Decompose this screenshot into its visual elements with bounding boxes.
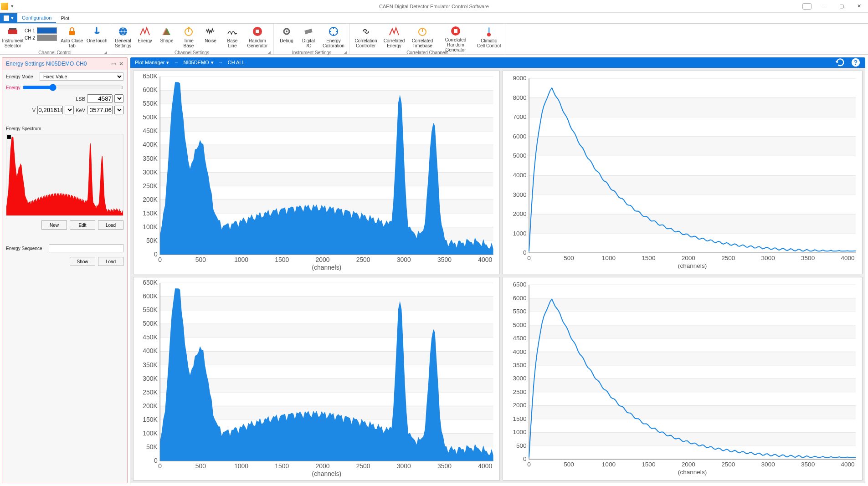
- ribbon-tabs: ▾ Configuration Plot: [0, 13, 868, 24]
- v-unit-select[interactable]: [65, 106, 74, 114]
- svg-rect-17: [7, 135, 11, 139]
- svg-rect-147: [529, 298, 856, 311]
- svg-rect-144: [529, 379, 856, 392]
- panel-title-text: Energy Settings NI05DEMO-CH0: [6, 61, 87, 67]
- tab-plot[interactable]: Plot: [56, 14, 74, 23]
- svg-text:50K: 50K: [146, 443, 158, 450]
- svg-text:450K: 450K: [143, 127, 158, 134]
- energy-mode-select[interactable]: Fixed Value: [40, 72, 123, 81]
- svg-text:400K: 400K: [143, 141, 158, 148]
- plot-top-left[interactable]: 050K100K150K200K250K300K350K400K450K500K…: [133, 71, 500, 274]
- svg-rect-0: [8, 30, 17, 34]
- energy-calibration-button[interactable]: Energy Calibration: [320, 25, 347, 50]
- climatic-cell-control-button[interactable]: Climatic Cell Control: [476, 25, 502, 50]
- shape-button[interactable]: Shape: [157, 25, 177, 50]
- refresh-icon[interactable]: [835, 57, 845, 67]
- svg-point-15: [487, 33, 491, 36]
- launcher-icon[interactable]: ◢: [344, 50, 347, 55]
- minimize-button[interactable]: —: [816, 2, 832, 11]
- svg-text:1000: 1000: [513, 230, 527, 236]
- svg-text:?: ?: [854, 59, 858, 66]
- svg-text:650K: 650K: [143, 72, 158, 80]
- plot-bottom-left[interactable]: 050K100K150K200K250K300K350K400K450K500K…: [133, 277, 500, 481]
- svg-text:2000: 2000: [513, 210, 527, 217]
- svg-text:300K: 300K: [143, 168, 158, 175]
- energy-button[interactable]: Energy: [135, 25, 155, 50]
- svg-text:(channels): (channels): [312, 263, 342, 271]
- close-button[interactable]: ✕: [851, 2, 867, 11]
- energy-sequence-label: Energy Sequence: [6, 246, 47, 251]
- svg-text:550K: 550K: [143, 100, 158, 107]
- device-crumb[interactable]: NI05DEMO ▾: [183, 60, 213, 66]
- svg-text:4500: 4500: [513, 335, 527, 342]
- svg-text:3500: 3500: [437, 256, 452, 263]
- ribbon: Instrument Selector CH 1 CH 2 Auto Close…: [0, 24, 868, 55]
- panel-pin-icon[interactable]: ▭: [111, 61, 116, 67]
- launcher-icon[interactable]: ◢: [104, 50, 107, 55]
- sequence-load-button[interactable]: Load: [98, 257, 123, 266]
- debug-button[interactable]: Debug: [277, 25, 297, 50]
- general-settings-button[interactable]: General Settings: [113, 25, 133, 50]
- svg-text:1000: 1000: [234, 462, 248, 470]
- lsb-input[interactable]: [87, 94, 113, 103]
- random-generator-button[interactable]: Random Generator: [244, 25, 271, 50]
- kev-unit-select[interactable]: [114, 106, 123, 114]
- svg-rect-65: [529, 175, 856, 194]
- svg-rect-64: [529, 214, 856, 234]
- channel-crumb[interactable]: CH ALL: [228, 60, 245, 65]
- baseline-button[interactable]: Base Line: [222, 25, 242, 50]
- instrument-selector-button[interactable]: Instrument Selector: [3, 25, 23, 50]
- energy-sequence-input[interactable]: [49, 244, 123, 252]
- timebase-button[interactable]: Time Base: [179, 25, 199, 50]
- correlation-controller-button[interactable]: Correlation Controller: [353, 25, 379, 50]
- correlated-energy-button[interactable]: Correlated Energy: [381, 25, 407, 50]
- svg-text:100K: 100K: [143, 223, 158, 230]
- digital-io-button[interactable]: Digital I/O: [298, 25, 318, 50]
- spectrum-edit-button[interactable]: Edit: [70, 220, 95, 230]
- kev-input[interactable]: [87, 106, 113, 114]
- correlated-random-generator-button[interactable]: Correlated Random Generator: [437, 25, 474, 50]
- stopwatch-icon: [416, 26, 428, 37]
- channel-1-row[interactable]: CH 1: [25, 27, 57, 34]
- svg-text:3000: 3000: [513, 375, 527, 382]
- svg-text:0: 0: [528, 255, 531, 261]
- svg-text:8000: 8000: [513, 94, 527, 101]
- svg-text:200K: 200K: [143, 402, 158, 409]
- svg-text:5000: 5000: [513, 321, 527, 328]
- lsb-unit-select[interactable]: [114, 94, 123, 103]
- noise-button[interactable]: Noise: [200, 25, 221, 50]
- panel-close-icon[interactable]: ✕: [119, 61, 123, 67]
- v-input[interactable]: [37, 106, 63, 114]
- triangle-icon: [161, 26, 173, 37]
- onetouch-button[interactable]: OneTouch: [87, 25, 107, 50]
- svg-text:0: 0: [158, 462, 162, 470]
- qat-dropdown-icon[interactable]: ▾: [11, 3, 14, 9]
- svg-rect-66: [529, 136, 856, 156]
- svg-rect-1: [9, 28, 16, 30]
- svg-text:2000: 2000: [316, 256, 330, 263]
- correlated-timebase-button[interactable]: Correlated Timebase: [409, 25, 436, 50]
- plot-manager-crumb[interactable]: Plot Manager ▾: [135, 60, 169, 66]
- svg-rect-23: [160, 145, 493, 159]
- sequence-show-button[interactable]: Show: [70, 257, 95, 266]
- auto-close-tab-button[interactable]: Auto Close Tab: [59, 25, 85, 50]
- print-icon[interactable]: [802, 3, 812, 10]
- svg-text:3000: 3000: [513, 191, 527, 198]
- spectrum-new-button[interactable]: New: [41, 220, 67, 230]
- tab-configuration[interactable]: Configuration: [17, 13, 56, 23]
- svg-rect-9: [304, 29, 313, 34]
- energy-slider[interactable]: [22, 83, 123, 92]
- spectrum-load-button[interactable]: Load: [98, 220, 123, 230]
- maximize-button[interactable]: ▢: [833, 2, 850, 11]
- svg-rect-143: [529, 405, 856, 419]
- help-icon[interactable]: ?: [851, 57, 861, 67]
- window-title: CAEN Digital Detector Emulator Control S…: [379, 4, 489, 9]
- svg-text:3500: 3500: [801, 255, 815, 261]
- svg-text:3500: 3500: [513, 362, 527, 368]
- svg-text:100K: 100K: [143, 430, 158, 437]
- channel-2-row[interactable]: CH 2: [25, 35, 57, 41]
- launcher-icon[interactable]: ◢: [267, 50, 271, 55]
- file-tab[interactable]: ▾: [0, 13, 17, 23]
- plot-bottom-right[interactable]: 0500100015002000250030003500400045005000…: [503, 277, 863, 481]
- plot-top-right[interactable]: 0100020003000400050006000700080009000050…: [503, 71, 863, 274]
